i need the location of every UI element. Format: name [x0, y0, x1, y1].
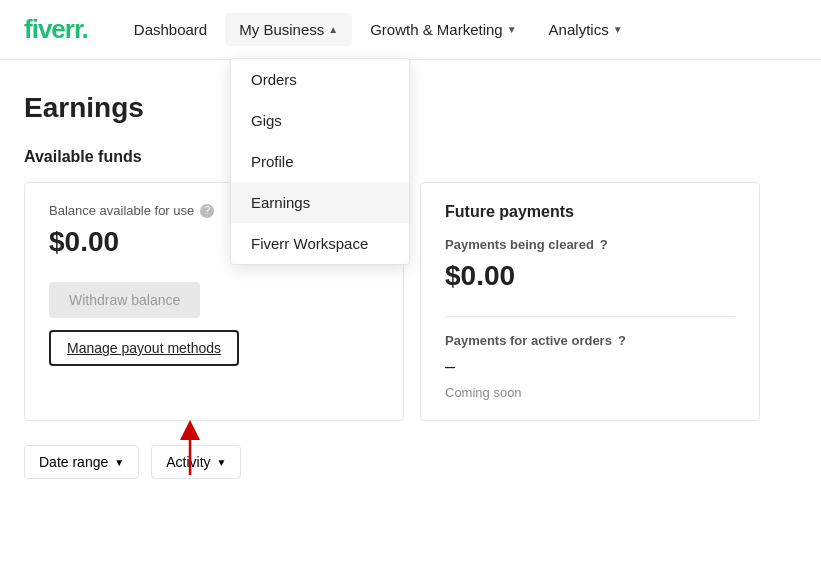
active-orders-label: Payments for active orders ?	[445, 333, 735, 348]
withdraw-balance-button[interactable]: Withdraw balance	[49, 282, 200, 318]
analytics-chevron-icon: ▼	[613, 24, 623, 35]
header: fiverr. Dashboard My Business ▲ Growth &…	[0, 0, 821, 60]
active-orders-value: –	[445, 356, 735, 377]
dropdown-profile[interactable]: Profile	[231, 141, 409, 182]
available-funds-section-title: Available funds	[24, 148, 796, 166]
manage-payout-methods-button[interactable]: Manage payout methods	[49, 330, 239, 366]
main-nav: Dashboard My Business ▲ Growth & Marketi…	[120, 13, 637, 46]
my-business-dropdown: Orders Gigs Profile Earnings Fiverr Work…	[230, 58, 410, 265]
dropdown-gigs[interactable]: Gigs	[231, 100, 409, 141]
active-orders-info-icon[interactable]: ?	[618, 333, 626, 348]
fiverr-logo[interactable]: fiverr.	[24, 14, 88, 45]
coming-soon-label: Coming soon	[445, 385, 735, 400]
payments-clearing-label: Payments being cleared ?	[445, 237, 735, 252]
activity-filter-button[interactable]: Activity ▼	[151, 445, 241, 479]
main-content: Earnings Available funds Balance availab…	[0, 60, 820, 511]
page-title: Earnings	[24, 92, 796, 124]
card-divider	[445, 316, 735, 317]
dropdown-orders[interactable]: Orders	[231, 59, 409, 100]
payments-clearing-section: Payments being cleared ? $0.00	[445, 237, 735, 292]
date-range-filter-button[interactable]: Date range ▼	[24, 445, 139, 479]
payments-clearing-info-icon[interactable]: ?	[600, 237, 608, 252]
funds-grid: Balance available for use ? $0.00 Withdr…	[24, 182, 796, 421]
date-range-chevron-icon: ▼	[114, 457, 124, 468]
future-payments-card: Future payments Payments being cleared ?…	[420, 182, 760, 421]
nav-growth-marketing[interactable]: Growth & Marketing ▼	[356, 13, 530, 46]
nav-dashboard[interactable]: Dashboard	[120, 13, 221, 46]
activity-chevron-icon: ▼	[217, 457, 227, 468]
filter-bar: Date range ▼ Activity ▼	[24, 445, 796, 479]
growth-chevron-icon: ▼	[507, 24, 517, 35]
dropdown-earnings[interactable]: Earnings	[231, 182, 409, 223]
payments-clearing-amount: $0.00	[445, 260, 735, 292]
dropdown-fiverr-workspace[interactable]: Fiverr Workspace	[231, 223, 409, 264]
future-payments-title: Future payments	[445, 203, 735, 221]
my-business-chevron-icon: ▲	[328, 24, 338, 35]
nav-analytics[interactable]: Analytics ▼	[535, 13, 637, 46]
balance-info-icon[interactable]: ?	[200, 204, 214, 218]
nav-my-business[interactable]: My Business ▲	[225, 13, 352, 46]
